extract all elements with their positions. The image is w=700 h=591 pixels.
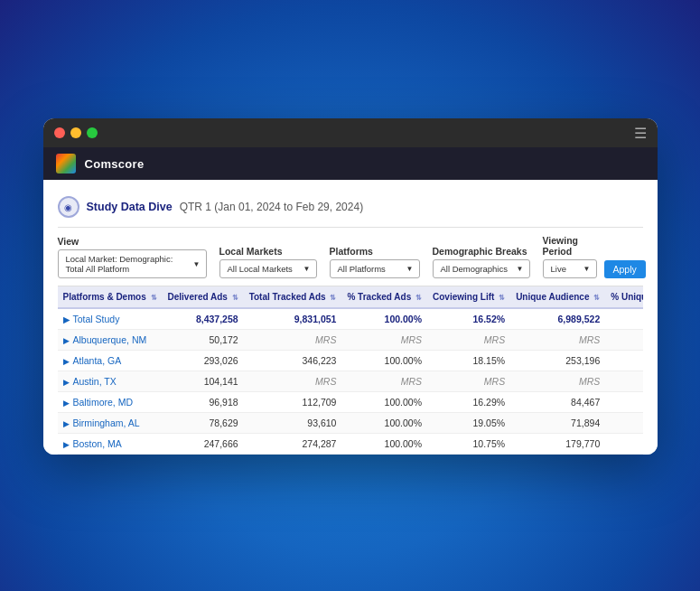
platforms-select[interactable]: All Platforms ▼ (330, 259, 420, 278)
viewing-period-label: Viewing Period (543, 235, 597, 257)
demographic-breaks-label: Demographic Breaks (433, 246, 530, 257)
sort-icon-unique-audience[interactable]: ⇅ (593, 294, 600, 302)
sort-icon-pct-tracked[interactable]: ⇅ (415, 294, 422, 302)
col-header-unique-audience: Unique Audience ⇅ (510, 286, 605, 308)
cell-coviewing-lift: 16.29% (427, 392, 510, 413)
table-row[interactable]: ▶Birmingham, AL78,62993,610100.00%19.05%… (58, 413, 643, 434)
table-row[interactable]: ▶Atlanta, GA293,026346,223100.00%18.15%2… (58, 351, 643, 371)
cell-total-tracked-ads: 346,223 (244, 351, 342, 371)
cell-name: ▶Total Study (58, 308, 163, 330)
expand-icon[interactable]: ▶ (63, 315, 70, 324)
apply-button[interactable]: Apply (604, 260, 646, 278)
cell-pct-tracked-ads: 100.00% (341, 351, 427, 371)
cell-delivered-ads: 96,918 (163, 392, 244, 413)
cell-coviewing-lift: 19.05% (427, 413, 510, 434)
cell-coviewing-lift: 16.52% (427, 308, 510, 330)
cell-name: ▶Atlanta, GA (58, 351, 163, 371)
view-value: Local Market: Demographic: Total All Pla… (66, 254, 188, 274)
maximize-button[interactable] (87, 127, 98, 138)
nav-bar: Comscore (43, 147, 658, 180)
cell-unique-audience: 71,894 (510, 413, 605, 434)
view-select[interactable]: Local Market: Demographic: Total All Pla… (58, 249, 207, 278)
cell-coviewing-lift: MRS (427, 371, 510, 392)
hamburger-menu-icon[interactable]: ☰ (634, 125, 647, 142)
filters-row: View Local Market: Demographic: Total Al… (58, 228, 643, 286)
cell-pct-unique-audience: 100.00% (605, 392, 642, 413)
comscore-logo (56, 154, 76, 174)
table-row[interactable]: ▶Austin, TX104,141MRSMRSMRSMRSMRSMRS (58, 371, 643, 392)
cell-total-tracked-ads: 93,610 (244, 413, 342, 434)
close-button[interactable] (54, 127, 65, 138)
cell-pct-unique-audience: MRS (605, 330, 642, 351)
data-table-container: Platforms & Demos ⇅ Delivered Ads ⇅ Tota… (58, 286, 643, 455)
cell-name: ▶Baltimore, MD (58, 392, 163, 413)
sort-icon-delivered[interactable]: ⇅ (232, 294, 238, 302)
data-table: Platforms & Demos ⇅ Delivered Ads ⇅ Tota… (58, 286, 643, 455)
cell-delivered-ads: 8,437,258 (163, 308, 244, 330)
table-body: ▶Total Study8,437,2589,831,051100.00%16.… (58, 308, 643, 455)
expand-icon[interactable]: ▶ (63, 357, 70, 366)
cell-pct-tracked-ads: 100.00% (341, 392, 427, 413)
expand-icon[interactable]: ▶ (63, 399, 70, 408)
sort-icon-coviewing[interactable]: ⇅ (499, 294, 505, 302)
sort-icon-total-tracked[interactable]: ⇅ (330, 294, 336, 302)
viewing-period-select[interactable]: Live ▼ (543, 259, 597, 278)
table-row[interactable]: ▶Baltimore, MD96,918112,709100.00%16.29%… (58, 392, 643, 413)
main-content: ◉ Study Data Dive QTR 1 (Jan 01, 2024 to… (43, 180, 658, 455)
col-header-pct-unique: % Unique Audience ⇅ (605, 286, 642, 308)
platforms-filter: Platforms All Platforms ▼ (330, 246, 420, 278)
cell-pct-tracked-ads: 100.00% (341, 413, 427, 434)
expand-icon[interactable]: ▶ (63, 336, 70, 345)
cell-delivered-ads: 78,629 (163, 413, 244, 434)
platforms-caret-icon: ▼ (406, 265, 414, 273)
cell-delivered-ads: 104,141 (163, 371, 244, 392)
cell-pct-unique-audience: 100.00% (605, 413, 642, 434)
cell-unique-audience: MRS (510, 330, 605, 351)
cell-pct-unique-audience: MRS (605, 371, 642, 392)
cell-delivered-ads: 50,172 (163, 330, 244, 351)
cell-unique-audience: 179,770 (510, 434, 605, 455)
cell-pct-tracked-ads: 100.00% (341, 308, 427, 330)
study-header: ◉ Study Data Dive QTR 1 (Jan 01, 2024 to… (58, 191, 643, 228)
platforms-value: All Platforms (338, 264, 386, 274)
local-markets-value: All Local Markets (228, 264, 293, 274)
minimize-button[interactable] (70, 127, 81, 138)
title-bar: ☰ (43, 118, 658, 147)
browser-window: ☰ Comscore ◉ Study Data Dive QTR 1 (Jan … (43, 118, 658, 455)
view-section: View Local Market: Demographic: Total Al… (58, 236, 207, 278)
demographic-breaks-filter: Demographic Breaks All Demographics ▼ (433, 246, 530, 278)
cell-pct-tracked-ads: MRS (341, 371, 427, 392)
viewing-period-filter: Viewing Period Live ▼ (543, 235, 597, 278)
cell-total-tracked-ads: MRS (244, 371, 342, 392)
demographic-breaks-select[interactable]: All Demographics ▼ (433, 259, 530, 278)
sort-icon-name[interactable]: ⇅ (151, 294, 157, 302)
cell-pct-unique-audience: 100.00% (605, 351, 642, 371)
table-header-row: Platforms & Demos ⇅ Delivered Ads ⇅ Tota… (58, 286, 643, 308)
cell-unique-audience: MRS (510, 371, 605, 392)
expand-icon[interactable]: ▶ (63, 440, 70, 449)
col-header-delivered-ads: Delivered Ads ⇅ (163, 286, 244, 308)
cell-unique-audience: 6,989,522 (510, 308, 605, 330)
cell-total-tracked-ads: MRS (244, 330, 342, 351)
cell-pct-unique-audience: 100.00% (605, 308, 642, 330)
local-markets-select[interactable]: All Local Markets ▼ (219, 259, 317, 278)
col-header-coviewing: Coviewing Lift ⇅ (427, 286, 510, 308)
local-markets-filter: Local Markets All Local Markets ▼ (219, 246, 317, 278)
cell-coviewing-lift: 10.75% (427, 434, 510, 455)
col-header-name: Platforms & Demos ⇅ (58, 286, 163, 308)
platforms-label: Platforms (330, 246, 420, 257)
demographic-breaks-value: All Demographics (441, 264, 508, 274)
cell-delivered-ads: 293,026 (163, 351, 244, 371)
table-row[interactable]: ▶Total Study8,437,2589,831,051100.00%16.… (58, 308, 643, 330)
cell-unique-audience: 84,467 (510, 392, 605, 413)
cell-unique-audience: 253,196 (510, 351, 605, 371)
table-row[interactable]: ▶Boston, MA247,666274,287100.00%10.75%17… (58, 434, 643, 455)
expand-icon[interactable]: ▶ (63, 419, 70, 428)
cell-name: ▶Albuquerque, NM (58, 330, 163, 351)
traffic-lights (54, 127, 98, 138)
cell-delivered-ads: 247,666 (163, 434, 244, 455)
col-header-pct-tracked: % Tracked Ads ⇅ (341, 286, 427, 308)
table-row[interactable]: ▶Albuquerque, NM50,172MRSMRSMRSMRSMRSMRS (58, 330, 643, 351)
expand-icon[interactable]: ▶ (63, 378, 70, 387)
cell-total-tracked-ads: 112,709 (244, 392, 342, 413)
